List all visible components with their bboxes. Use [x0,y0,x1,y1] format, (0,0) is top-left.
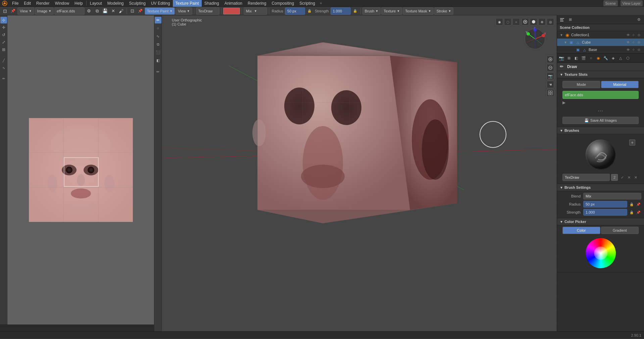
pin-icon[interactable]: 📌 [9,7,17,15]
base-row[interactable]: ▼ ▣ △ Base 👁 ⊹ ◎ [557,46,644,53]
color-picker-header[interactable]: ▼ Color Picker [557,218,644,225]
camera-view-btn[interactable]: 📷 [547,72,554,80]
viewport-gizmo-btn[interactable] [530,18,537,25]
fill-tool[interactable]: ⬛ [155,49,161,56]
texture-slots-header[interactable]: ▼ Texture Slots [557,71,644,78]
collection1-eye-icon[interactable]: 👁 [626,33,631,37]
grid-view-btn[interactable] [547,89,554,97]
filter-icon[interactable]: ⊞ [566,16,574,23]
uv-canvas[interactable] [7,15,154,325]
viewport-shading-material[interactable]: ◌ [504,18,511,25]
prop-object-icon[interactable]: ◉ [595,54,602,62]
zoom-out-btn[interactable] [547,64,554,71]
uv-move-tool[interactable]: ✛ [0,24,7,31]
uv-rotate-tool[interactable]: ↺ [0,32,7,38]
collection1-row[interactable]: ▼ ◉ Collection1 👁 ⊹ ◎ [557,31,644,39]
color-tab-gradient[interactable]: Gradient [601,227,639,234]
add-workspace-button[interactable]: + [318,0,324,7]
menu-window[interactable]: Window [52,0,72,7]
base-render-icon[interactable]: ◎ [637,47,641,52]
radius-pin-icon[interactable]: 📌 [635,201,641,207]
image-save-icon[interactable]: 💾 [101,7,109,15]
prop-shader-icon[interactable]: ◈ [609,54,617,62]
collection1-render-icon[interactable]: ◎ [637,33,641,37]
outliner-icon[interactable] [558,16,566,23]
viewport-overlay-btn[interactable] [522,18,529,25]
image-duplicate-icon[interactable]: ⧉ [93,7,101,15]
prop-world-icon[interactable]: ○ [587,54,595,62]
cube-cursor-icon[interactable]: ⊹ [631,40,636,45]
workspace-rendering[interactable]: Rendering [245,0,269,7]
uv-annotate-tool[interactable]: ✏ [0,75,7,82]
smear-tool[interactable]: ∿ [155,33,161,40]
workspace-compositing[interactable]: Compositing [269,0,297,7]
color-swatch[interactable] [223,8,240,14]
brush-delete-icon[interactable]: ✕ [633,174,639,180]
soften-tool[interactable]: ○ [155,25,161,32]
uv-cursor-tool[interactable]: ⊹ [0,17,7,23]
texture-mask-btn[interactable]: Texture Mask ▼ [403,7,433,15]
strength-value-field[interactable]: 1.000 [583,209,627,216]
strength-lock-icon[interactable]: 🔒 [629,209,635,215]
prop-render-icon[interactable]: 📷 [558,54,565,62]
brush-settings-header[interactable]: ▼ Brush Settings [557,184,644,191]
mode-btn[interactable]: Mode [562,81,600,88]
menu-edit[interactable]: Edit [21,0,34,7]
strength-lock-icon[interactable]: 🔒 [351,7,359,15]
cube-eye-icon[interactable]: 👁 [626,40,631,45]
prop-material-icon[interactable]: ⬡ [624,54,632,62]
workspace-modeling[interactable]: Modeling [105,0,127,7]
prop-data-icon[interactable]: △ [617,54,624,62]
blend-mode-dropdown[interactable]: Mix ▼ [244,7,267,15]
3d-viewport[interactable]: User Orthographic (1) Cube [162,15,557,331]
radius-lock-icon[interactable]: 🔒 [629,201,635,207]
color-wheel[interactable] [586,238,616,268]
uv-relax-tool[interactable]: ∿ [0,64,7,71]
clone-tool[interactable]: ⧉ [155,41,161,48]
color-tab-color[interactable]: Color [562,227,600,234]
save-all-images-btn[interactable]: 💾 Save All Images [562,117,639,124]
image-button[interactable]: Image ▼ [35,7,54,15]
base-cursor-icon[interactable]: ⊹ [631,47,636,52]
brushes-section-header[interactable]: ▼ Brushes [557,127,644,134]
viewport-editor-type[interactable]: ⊡ [129,7,136,15]
brush-check-icon[interactable]: ✓ [619,174,625,180]
blender-logo-icon[interactable] [1,0,8,7]
draw-section-header[interactable]: ✏ Draw [557,63,644,71]
prop-scene-icon[interactable]: 🎬 [580,54,587,62]
filename-field[interactable]: efFace.dds [54,7,85,15]
brush-btn[interactable]: Brush ▼ [362,7,381,15]
prop-modifier-icon[interactable]: 🔧 [602,54,609,62]
mask-tool[interactable]: ◧ [155,57,161,64]
workspace-sculpting[interactable]: Sculpting [127,0,148,7]
texture-paint-mode-btn[interactable]: Texture Paint ▼ [145,7,175,15]
workspace-uv-editing[interactable]: UV Editing [148,0,173,7]
color-wheel-container[interactable] [560,235,641,271]
viewport-shading-render[interactable]: ○ [512,18,520,25]
image-close-icon[interactable]: ✕ [109,7,117,15]
workspace-animation[interactable]: Animation [222,0,245,7]
radius-lock-icon[interactable]: 🔒 [306,7,313,15]
workspace-layout[interactable]: Layout [87,0,105,7]
cube-row[interactable]: ▼ ▣ △ Cube 👁 ⊹ ◎ [557,39,644,46]
view-layer-selector[interactable]: View Layer [621,0,643,6]
brush-icon-small[interactable]: 🖌 [117,7,125,15]
uv-scale-tool[interactable]: ⤢ [0,39,7,46]
blend-value[interactable]: Mix [583,193,641,200]
texture-btn[interactable]: Texture ▼ [381,7,402,15]
strength-pin-icon[interactable]: 📌 [635,209,641,215]
uv-transform-tool[interactable]: ⊞ [0,46,7,53]
scene-selector[interactable]: Scene [603,0,618,6]
brush-add-button[interactable]: + [629,139,635,146]
brush-name-field[interactable]: TexDraw [562,174,610,181]
zoom-in-btn[interactable] [547,56,554,63]
base-eye-icon[interactable]: 👁 [626,47,631,52]
editor-type-icon[interactable]: ⊡ [1,7,9,15]
annotate-tool-cp[interactable]: ✏ [155,68,161,75]
prop-output-icon[interactable]: ⊞ [565,54,573,62]
stroke-btn[interactable]: Stroke ▼ [434,7,454,15]
viewport-proportional-btn[interactable]: ◎ [547,18,554,25]
prop-view-layer-icon[interactable]: ◧ [573,54,580,62]
uv-rip-tool[interactable]: ╱ [0,57,7,64]
viewport-shading-solid[interactable]: ◉ [496,18,503,25]
